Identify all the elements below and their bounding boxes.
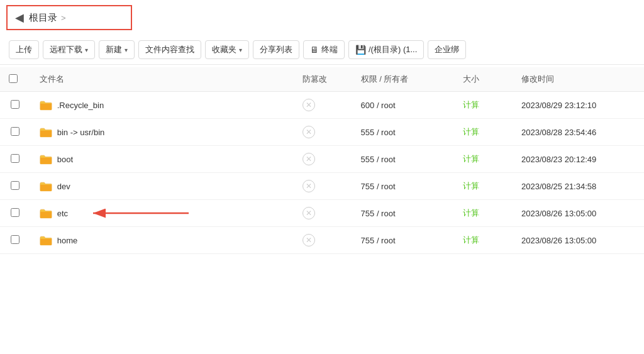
row-tamper-cell: ✕: [294, 227, 352, 254]
favorites-chevron-icon: ▾: [239, 47, 242, 53]
row-mtime-cell: 2023/08/26 13:05:00: [513, 200, 644, 227]
size-calc-label[interactable]: 计算: [463, 154, 479, 163]
folder-icon: [40, 127, 52, 138]
tamper-disabled-icon: ✕: [303, 126, 315, 138]
size-calc-label[interactable]: 计算: [463, 208, 479, 218]
row-checkbox-cell: [0, 92, 31, 119]
row-tamper-cell: ✕: [294, 119, 352, 146]
remote-download-button[interactable]: 远程下载 ▾: [43, 40, 95, 59]
row-checkbox[interactable]: [11, 208, 19, 217]
terminal-label: 终端: [321, 44, 338, 55]
row-checkbox-cell: [0, 146, 31, 173]
row-size-cell: 计算: [454, 173, 513, 200]
size-calc-label[interactable]: 计算: [463, 181, 479, 191]
table-row: dev✕755 / root计算2023/08/25 21:34:58: [0, 173, 644, 200]
row-name-cell: bin -> usr/bin: [31, 119, 294, 146]
row-checkbox-cell: [0, 119, 31, 146]
row-checkbox-cell: [0, 173, 31, 200]
row-tamper-cell: ✕: [294, 146, 352, 173]
size-calc-label[interactable]: 计算: [463, 100, 479, 109]
row-tamper-cell: ✕: [294, 173, 352, 200]
folder-icon: [40, 208, 52, 219]
share-list-button[interactable]: 分享列表: [253, 40, 299, 59]
table-row: bin -> usr/bin✕555 / root计算2023/08/28 23…: [0, 119, 644, 146]
row-tamper-cell: ✕: [294, 200, 352, 227]
header-mtime: 修改时间: [513, 67, 644, 92]
file-search-button[interactable]: 文件内容查找: [138, 40, 201, 59]
folder-icon: [40, 100, 52, 111]
row-name-cell: dev: [31, 173, 294, 200]
new-chevron-icon: ▾: [125, 47, 128, 53]
enterprise-label: 企业绑: [435, 44, 459, 55]
row-checkbox[interactable]: [11, 181, 19, 190]
enterprise-button[interactable]: 企业绑: [428, 40, 466, 59]
row-name-cell: boot: [31, 146, 294, 173]
file-name-wrapper: etc: [40, 208, 285, 219]
row-checkbox[interactable]: [11, 100, 19, 109]
header-checkbox-cell: [0, 67, 31, 92]
tamper-disabled-icon: ✕: [303, 207, 315, 219]
upload-button[interactable]: 上传: [9, 40, 39, 59]
row-name-cell: .Recycle_bin: [31, 92, 294, 119]
breadcrumb-title: 根目录: [29, 12, 57, 24]
file-name-text[interactable]: .Recycle_bin: [57, 101, 104, 110]
row-perm-cell: 600 / root: [352, 92, 455, 119]
row-perm-cell: 755 / root: [352, 227, 455, 254]
file-search-label: 文件内容查找: [145, 44, 194, 55]
file-name-text[interactable]: home: [57, 236, 78, 245]
tamper-disabled-icon: ✕: [303, 180, 315, 192]
size-calc-label[interactable]: 计算: [463, 127, 479, 136]
new-button[interactable]: 新建 ▾: [99, 40, 135, 59]
disk-button[interactable]: 💾 /(根目录) (1...: [348, 40, 424, 59]
table-row: home✕755 / root计算2023/08/26 13:05:00: [0, 227, 644, 254]
file-name-wrapper: bin -> usr/bin: [40, 127, 285, 138]
row-checkbox-cell: [0, 227, 31, 254]
header-perm: 权限 / 所有者: [352, 67, 455, 92]
row-name-cell: etc: [31, 200, 294, 227]
header-size: 大小: [454, 67, 513, 92]
select-all-checkbox[interactable]: [9, 74, 18, 83]
terminal-icon: 🖥: [310, 45, 319, 55]
header-filename: 文件名: [31, 67, 294, 92]
file-name-wrapper: boot: [40, 154, 285, 165]
favorites-button[interactable]: 收藏夹 ▾: [205, 40, 249, 59]
terminal-button[interactable]: 🖥 终端: [303, 40, 345, 59]
tamper-disabled-icon: ✕: [303, 234, 315, 246]
row-checkbox[interactable]: [11, 235, 19, 244]
folder-icon: [40, 154, 52, 165]
row-mtime-cell: 2023/08/23 20:12:49: [513, 146, 644, 173]
file-name-text[interactable]: dev: [57, 182, 70, 191]
file-name-text[interactable]: bin -> usr/bin: [57, 128, 105, 137]
row-mtime-cell: 2023/08/25 21:34:58: [513, 173, 644, 200]
row-mtime-cell: 2023/08/26 13:05:00: [513, 227, 644, 254]
breadcrumb-back-button[interactable]: ◀: [15, 11, 24, 25]
row-perm-cell: 555 / root: [352, 146, 455, 173]
file-name-text[interactable]: etc: [57, 209, 68, 218]
file-table-container: 文件名 防篡改 权限 / 所有者 大小 修改时间 .Recycle_bin✕60…: [0, 65, 644, 254]
file-name-wrapper: home: [40, 235, 285, 246]
row-checkbox[interactable]: [11, 127, 19, 136]
size-calc-label[interactable]: 计算: [463, 235, 479, 245]
table-row: etc✕755 / root计算2023/08/26 13:05:00: [0, 200, 644, 227]
breadcrumb-chevron-icon: >: [61, 13, 66, 23]
new-label: 新建: [106, 44, 122, 55]
tamper-disabled-icon: ✕: [303, 153, 315, 165]
row-size-cell: 计算: [454, 227, 513, 254]
table-row: .Recycle_bin✕600 / root计算2023/08/29 23:1…: [0, 92, 644, 119]
folder-icon: [40, 181, 52, 192]
file-name-text[interactable]: boot: [57, 155, 73, 164]
file-name-wrapper: .Recycle_bin: [40, 100, 285, 111]
breadcrumb-bar: ◀ 根目录 >: [6, 5, 132, 30]
disk-label: /(根目录) (1...: [369, 44, 417, 55]
row-perm-cell: 555 / root: [352, 119, 455, 146]
toolbar: 上传 远程下载 ▾ 新建 ▾ 文件内容查找 收藏夹 ▾ 分享列表 🖥 终端 💾 …: [0, 35, 644, 65]
remote-download-label: 远程下载: [50, 44, 82, 55]
upload-label: 上传: [16, 44, 32, 55]
disk-icon: 💾: [355, 45, 366, 55]
row-checkbox[interactable]: [11, 154, 19, 163]
table-row: boot✕555 / root计算2023/08/23 20:12:49: [0, 146, 644, 173]
row-size-cell: 计算: [454, 146, 513, 173]
header-tamper: 防篡改: [294, 67, 352, 92]
folder-icon: [40, 235, 52, 246]
row-mtime-cell: 2023/08/29 23:12:10: [513, 92, 644, 119]
